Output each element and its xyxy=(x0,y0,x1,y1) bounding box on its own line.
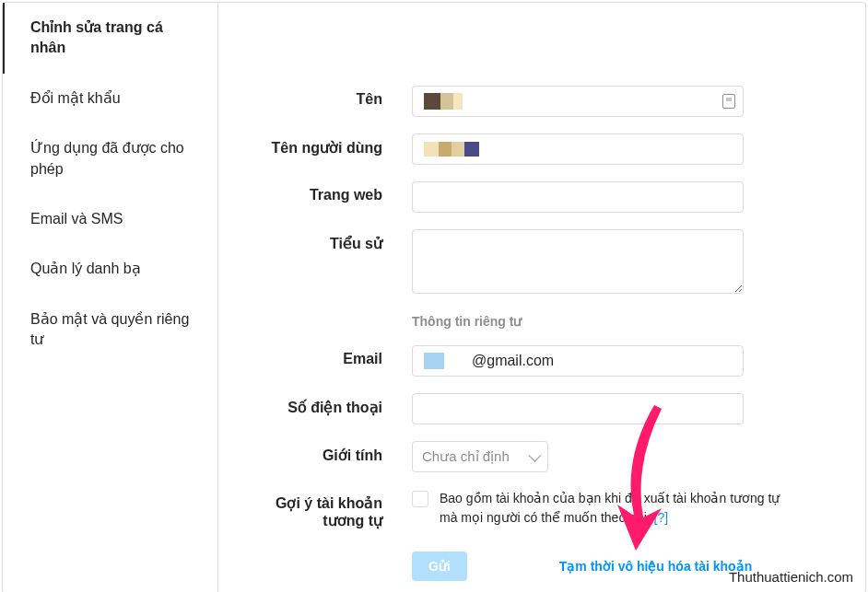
phone-input[interactable] xyxy=(412,393,744,424)
bio-label: Tiểu sử xyxy=(264,229,412,252)
watermark-text: Thuthuattienich.com xyxy=(729,569,853,585)
chevron-down-icon xyxy=(528,449,541,462)
name-value-redacted xyxy=(422,87,463,116)
email-label: Email xyxy=(264,345,412,367)
similar-accounts-label: Gợi ý tài khoản tương tự xyxy=(264,489,412,529)
settings-sidebar: Chỉnh sửa trang cá nhân Đổi mật khẩu Ứng… xyxy=(3,3,218,592)
edit-profile-form: Tên Tên người dùng Trang web xyxy=(218,3,865,592)
gender-select[interactable]: Chưa chỉ định xyxy=(412,441,548,472)
similar-accounts-checkbox[interactable] xyxy=(412,491,428,507)
email-input[interactable]: @gmail.com xyxy=(412,345,744,377)
sidebar-item-change-password[interactable]: Đổi mật khẩu xyxy=(3,74,217,123)
name-label: Tên xyxy=(264,86,412,108)
disable-account-link[interactable]: Tạm thời vô hiệu hóa tài khoản xyxy=(559,559,752,574)
website-input[interactable] xyxy=(412,181,744,213)
sidebar-item-privacy-security[interactable]: Bảo mật và quyền riêng tư xyxy=(3,295,217,366)
website-label: Trang web xyxy=(264,181,412,203)
gender-label: Giới tính xyxy=(264,441,412,464)
submit-button[interactable]: Gửi xyxy=(412,551,467,581)
username-label: Tên người dùng xyxy=(264,133,412,157)
username-input[interactable] xyxy=(412,133,744,165)
email-value-redacted xyxy=(422,346,472,376)
sidebar-item-manage-contacts[interactable]: Quản lý danh bạ xyxy=(3,244,217,294)
name-input[interactable] xyxy=(412,86,744,117)
similar-accounts-description: Bao gồm tài khoản của bạn khi đề xuất tà… xyxy=(440,489,780,528)
similar-accounts-help-link[interactable]: [?] xyxy=(654,510,669,525)
private-info-section-title: Thông tin riêng tư xyxy=(264,314,838,329)
settings-container: Chỉnh sửa trang cá nhân Đổi mật khẩu Ứng… xyxy=(2,2,866,592)
gender-value: Chưa chỉ định xyxy=(422,448,510,465)
bio-textarea[interactable] xyxy=(412,229,744,294)
sidebar-item-authorized-apps[interactable]: Ứng dụng đã được cho phép xyxy=(3,123,217,194)
sidebar-item-edit-profile[interactable]: Chỉnh sửa trang cá nhân xyxy=(3,3,217,74)
username-value-redacted xyxy=(422,134,479,164)
phone-label: Số điện thoại xyxy=(264,393,412,416)
email-domain: @gmail.com xyxy=(472,353,554,369)
sidebar-item-email-sms[interactable]: Email và SMS xyxy=(3,194,217,244)
autofill-icon xyxy=(722,94,735,109)
